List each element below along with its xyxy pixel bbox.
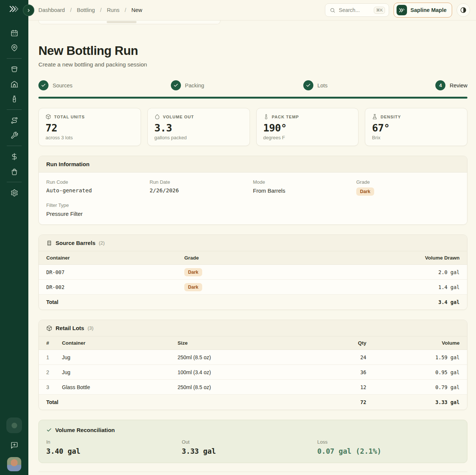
search-placeholder: Search... (339, 7, 370, 13)
section-title: Retail Lots (56, 325, 84, 331)
flask-icon (372, 114, 378, 119)
field-mode: Mode From Barrels (253, 179, 356, 196)
stat-label: TOTAL UNITS (54, 115, 85, 119)
calendar-icon (10, 29, 18, 37)
check-circle-icon (38, 80, 48, 90)
avatar[interactable] (7, 457, 21, 471)
table-row[interactable]: DR-007 Dark 2.0 gal (39, 265, 467, 280)
feedback-icon (10, 441, 18, 449)
org-name: Sapline Maple (410, 7, 447, 13)
org-logo-chevrons-icon (397, 5, 407, 15)
sidebar-bottom (6, 417, 22, 475)
footer-actions: Back Save as Draft Commit Run (38, 472, 467, 475)
page-title: New Bottling Run (38, 44, 467, 58)
sidebar-expand-button[interactable] (23, 4, 34, 16)
barrel-icon (46, 240, 52, 246)
route-icon (10, 117, 18, 124)
topbar: Dashboard / Bottling / Runs / New Search… (28, 0, 476, 21)
sidebar-divider (7, 58, 22, 59)
section-title: Source Barrels (56, 240, 95, 246)
droplet-icon (154, 114, 160, 119)
step-sources[interactable]: Sources (38, 80, 171, 90)
field-run-date: Run Date 2/26/2026 (150, 179, 253, 196)
stat-total-units: TOTAL UNITS 72 across 3 lots (38, 108, 141, 146)
theme-toggle-button[interactable] (457, 3, 470, 17)
stat-sublabel: across 3 lots (46, 135, 134, 140)
sidebar-item-equipment[interactable] (7, 128, 22, 143)
table-row[interactable]: 3 Glass Bottle 250ml (8.5 oz) 12 0.79 ga… (39, 380, 467, 395)
recon-in: In 3.40 gal (46, 439, 182, 455)
step-number-badge: 4 (435, 80, 445, 90)
stat-pack-temp: PACK TEMP 190° degrees F (256, 108, 359, 146)
source-barrels-card: Source Barrels (2) Container Grade Volum… (38, 235, 467, 310)
sidebar-item-routes[interactable] (7, 113, 22, 128)
search-input[interactable]: Search... ⌘K (325, 3, 389, 17)
stat-label: DENSITY (381, 115, 401, 119)
source-barrels-header: Source Barrels (2) (39, 235, 467, 251)
grade-badge: Dark (356, 187, 374, 196)
retail-lots-header: Retail Lots (3) (39, 320, 467, 336)
sidebar-divider (7, 182, 22, 182)
sidebar-item-collection[interactable] (7, 62, 22, 77)
stat-density: DENSITY 67° Brix (365, 108, 467, 146)
breadcrumb-runs[interactable]: Runs (107, 7, 119, 13)
table-row[interactable]: DR-002 Dark 1.4 gal (39, 280, 467, 295)
page-content: New Bottling Run Create a new bottling a… (28, 21, 476, 475)
table-total-row: Total 3.4 gal (39, 295, 467, 310)
grade-badge: Dark (184, 283, 202, 291)
stat-value: 72 (46, 122, 134, 134)
search-icon (330, 7, 335, 13)
sidebar-nav (0, 25, 28, 200)
step-packing[interactable]: Packing (171, 80, 303, 90)
grade-badge: Dark (184, 268, 202, 276)
sidebar-status-tile[interactable] (6, 417, 22, 433)
section-title: Volume Reconciliation (55, 427, 115, 433)
check-circle-icon (171, 80, 181, 90)
sidebar-item-bottling[interactable] (7, 91, 22, 106)
sidebar-item-feedback[interactable] (7, 438, 22, 453)
field-run-code: Run Code Auto-generated (46, 179, 150, 196)
table-row[interactable]: 2 Jug 100ml (3.4 oz) 36 0.95 gal (39, 365, 467, 380)
table-header: Container Grade Volume Drawn (39, 251, 467, 265)
map-pin-icon (10, 44, 18, 52)
run-information-card: Run Information Run Code Auto-generated … (38, 156, 467, 225)
stepper: Sources Packing Lots 4 Review (38, 80, 467, 90)
stat-sublabel: degrees F (263, 135, 352, 140)
table-total-row: Total 72 3.33 gal (39, 395, 467, 410)
search-shortcut-badge: ⌘K (374, 7, 385, 14)
sidebar (0, 0, 28, 475)
org-switcher-button[interactable]: Sapline Maple (394, 3, 452, 18)
table-row[interactable]: 1 Jug 250ml (8.5 oz) 24 1.59 gal (39, 350, 467, 365)
sidebar-divider (7, 109, 22, 110)
barn-icon (10, 80, 18, 88)
breadcrumb-bottling[interactable]: Bottling (77, 7, 95, 13)
scrolled-tabbar-remnant (38, 21, 220, 24)
section-count: (3) (88, 325, 94, 331)
topbar-right: Search... ⌘K Sapline Maple (325, 3, 470, 18)
bucket-icon (10, 65, 18, 73)
recon-loss: Loss 0.07 gal (2.1%) (317, 439, 460, 455)
table-header: # Container Size Qty Volume (39, 336, 467, 350)
sidebar-item-settings[interactable] (7, 185, 22, 200)
sidebar-item-locations[interactable] (7, 40, 22, 55)
field-grade: Grade Dark (356, 179, 460, 196)
stat-value: 3.3 (154, 122, 243, 134)
stat-sublabel: gallons packed (154, 135, 243, 140)
sidebar-item-calendar[interactable] (7, 25, 22, 40)
step-label: Lots (317, 83, 328, 89)
step-review[interactable]: 4 Review (435, 80, 467, 90)
package-icon (46, 325, 52, 331)
step-label: Sources (53, 83, 72, 89)
volume-reconciliation-card: Volume Reconciliation In 3.40 gal Out 3.… (38, 420, 467, 463)
page-subtitle: Create a new bottling and packing sessio… (38, 61, 467, 68)
step-label: Review (450, 83, 467, 89)
stat-label: PACK TEMP (272, 115, 299, 119)
sidebar-item-store[interactable] (7, 164, 22, 179)
sidebar-item-sales[interactable] (7, 149, 22, 164)
breadcrumb: Dashboard / Bottling / Runs / New (38, 7, 142, 13)
breadcrumb-dashboard[interactable]: Dashboard (38, 7, 65, 13)
check-icon (46, 427, 52, 433)
sidebar-item-sugarhouse[interactable] (7, 77, 22, 91)
stat-value: 67° (372, 122, 460, 134)
step-lots[interactable]: Lots (303, 80, 436, 90)
